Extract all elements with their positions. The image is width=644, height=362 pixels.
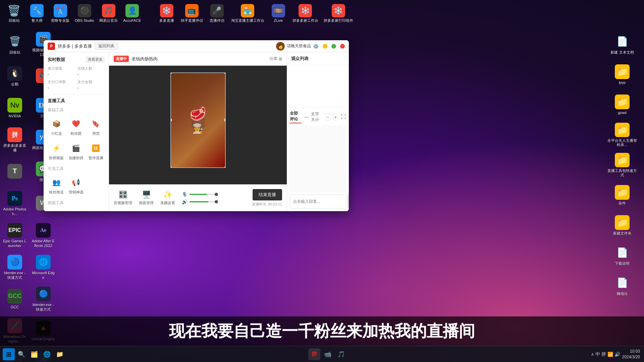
comment-send-button[interactable]: 发送 (347, 194, 349, 208)
top-icon-douyin[interactable]: 🎤 直播伴侣 (206, 1, 228, 25)
tray-wifi-icon[interactable]: 📶 (607, 352, 613, 357)
top-icon-kuaishou[interactable]: 📺 快手直播伴侣 (179, 1, 205, 25)
back-button[interactable]: 返回列表 (95, 42, 118, 50)
user-info: 🧑 话晚天胜食品 ⚙️ (276, 42, 319, 51)
top-icon-pdd-print[interactable]: ❄️ 拼多多家打印组件 (322, 1, 355, 25)
taskbar-search[interactable]: 🔍 (15, 348, 28, 360)
top-icon-taobao[interactable]: 🏪 淘宝直播主播工作台 (229, 1, 266, 25)
top-icon-duoduo[interactable]: ❄️ 多多直播 (156, 1, 177, 25)
right-icon-xiazai[interactable]: 📄 下载说明 (605, 241, 639, 270)
right-icon-quanplatform[interactable]: 📁 全平台无人主播资料库... (605, 121, 639, 149)
taskbar-right: ∧ 中 拼 📶 🔊 10:03 2024/3/20 (587, 349, 644, 360)
sidebar: 实时数据 查看更多 累计观看 - 在线人数 - 支付订单数 - (44, 52, 109, 211)
top-icon-zlive[interactable]: 🎞️ ZLive (268, 1, 289, 25)
taskbar-explorer[interactable]: 📁 (54, 348, 66, 360)
left-icon-epicgames[interactable]: EPIC Epic Games Launcher (2, 221, 28, 250)
audience-list-title: 观众列表 (287, 52, 349, 65)
right-icon-newfolder[interactable]: 📁 新建文件夹 (605, 211, 639, 240)
left-icon-huishou[interactable]: 🗑️ 回收站 (2, 30, 28, 59)
basic-tools-grid: 📦 小红盒 ❤️ 粉丝团 🔖 用货 ⚡ 秒拼模版 (48, 116, 105, 163)
tool-redbook[interactable]: 📦 小红盒 (48, 116, 65, 138)
desktop-right-icons: 📄 新建 文本文档 📁 lpyp 📁 gzwd 📁 全平台无人主播资料库... … (604, 27, 644, 362)
taskbar-music-icon[interactable]: 🎵 (335, 348, 347, 360)
duration-prefix: 直播时长 (252, 202, 267, 206)
audience-list (287, 65, 349, 108)
left-icon-blender[interactable]: 🔵 blender.exe - 快速方式 (2, 253, 28, 282)
top-icon-accuface[interactable]: 👤 AccuFACE (121, 1, 143, 25)
left-icon-gcc[interactable]: GCC GCC (2, 285, 28, 313)
left-icon-t[interactable]: T (2, 158, 28, 186)
left-icon-aftereffects[interactable]: Ae Adobe After Effects 2022 (30, 221, 56, 250)
tool-goods[interactable]: 🔖 用货 (87, 116, 105, 138)
top-icon-luyu[interactable]: 🔧 鲁大师 (26, 1, 48, 25)
tool-quickshoot[interactable]: ⚡ 秒拼模版 (48, 140, 65, 163)
right-icon-newdoc[interactable]: 📄 新建 文本文档 (605, 30, 639, 59)
fullscreen-button[interactable]: ⛶ (341, 114, 346, 120)
settings-icon[interactable]: ⚙️ (313, 44, 319, 49)
top-icon-recycle[interactable]: 🗑️ 回收站 (3, 1, 25, 25)
font-increase-button[interactable]: + (333, 114, 338, 120)
mic-slider[interactable] (190, 194, 216, 195)
top-icon-obs[interactable]: ⚫ OBS Studio (73, 1, 96, 25)
right-panel: 观众列表 全部评论 — 文字大小 − + ⛶ 发送 (287, 52, 349, 211)
beauty-label: 美颜设置 (160, 200, 175, 205)
video-area[interactable]: 🥩 🧑‍🍳 (109, 66, 287, 174)
close-button[interactable] (340, 44, 345, 49)
tool-fans[interactable]: ❤️ 粉丝团 (67, 116, 85, 138)
taskbar-video-icon[interactable]: 📹 (322, 348, 334, 360)
stat-paid-orders: 支付订单数 - (48, 79, 75, 90)
font-decrease-button[interactable]: − (325, 114, 330, 120)
share-button[interactable]: 分享 ⊞ (269, 56, 282, 62)
comment-input[interactable] (290, 194, 346, 208)
comment-area (290, 125, 346, 192)
volume-controls: 🎙️ 🔊 (182, 192, 216, 204)
tool-marketing[interactable]: 📢 营销神器 (67, 174, 85, 197)
comment-tab-all[interactable]: 全部评论 (290, 111, 302, 123)
tool-pause[interactable]: ⏸️ 暂停直播 (87, 140, 105, 163)
tools-title: 直播工具 (48, 98, 105, 104)
left-icon-nvidia[interactable]: Nv NVIDIA (2, 94, 28, 122)
right-icon-zhibo[interactable]: 📁 直播工具包快速方式 (605, 151, 639, 179)
maximize-button[interactable] (331, 44, 336, 49)
taskbar-task-view[interactable]: 🗂️ (28, 348, 40, 360)
tray-volume-icon[interactable]: 🔊 (614, 352, 620, 357)
left-icon-pdd-logo[interactable]: 拼 拼多多|多多直播 (2, 126, 28, 154)
audio-video-tool[interactable]: 🎛️ 音视频管理 (114, 190, 132, 205)
beauty-tool[interactable]: ✨ 美颜设置 (160, 190, 175, 205)
left-icon-photoshop[interactable]: Ps Adobe Photosh... (2, 189, 28, 218)
end-live-button[interactable]: 结束直播 (253, 189, 282, 200)
tool-create-shoot[interactable]: 🎬 创建秒拼 (67, 140, 85, 163)
end-live-area: 结束直播 直播时长 00:03:21 (252, 189, 282, 207)
left-icon-msedge[interactable]: 🌐 Microsoft Edge (30, 253, 56, 282)
right-icon-zaji[interactable]: 📁 杂件 (605, 181, 639, 209)
stat-cumulative-views: 累计观看 - (48, 66, 75, 77)
speaker-fill (190, 201, 208, 202)
windows-icon: ⊞ (6, 350, 12, 358)
speaker-slider[interactable] (190, 201, 216, 202)
clock-date: 2024/3/20 (622, 354, 640, 360)
top-icon-pdd-work[interactable]: ❄️ 拼多多家工作台 (290, 1, 320, 25)
right-icon-lpyp[interactable]: 📁 lpyp (605, 60, 639, 89)
taskbar-edge[interactable]: 🌐 (41, 348, 53, 360)
left-icon-blender2[interactable]: 🔵 blender.exe - 快速方式 (30, 285, 56, 313)
tray-pinyin-icon[interactable]: 拼 (601, 351, 606, 357)
start-button[interactable]: ⊞ (3, 348, 15, 360)
tray-chinese-icon[interactable]: 中 (595, 351, 600, 357)
stat-paid-amount: 支付金额 - (77, 79, 105, 90)
right-icon-gzwd[interactable]: 📁 gzwd (605, 90, 639, 119)
username: 话晚天胜食品 (287, 43, 311, 49)
share-label: 分享 (269, 56, 277, 62)
comment-tabs: 全部评论 — 文字大小 − + ⛶ (290, 111, 346, 123)
mic-fill (190, 194, 207, 195)
top-icon-wymusic[interactable]: 🎵 网易云音乐 (97, 1, 120, 25)
top-icon-jianji[interactable]: ✂️ 剪映专业版 (49, 1, 71, 25)
view-more-button[interactable]: 查看更多 (86, 56, 105, 63)
minimize-button[interactable] (323, 44, 327, 49)
screen-tool[interactable]: 🖥️ 画面管理 (139, 190, 154, 205)
fans-push-icon: 👥 (50, 176, 62, 188)
taskbar-pdd-app[interactable]: 拼 (308, 348, 320, 360)
left-icon-penguin[interactable]: 🐧 企鹅 (2, 62, 28, 90)
tray-arrow[interactable]: ∧ (591, 352, 594, 357)
tool-fans-push[interactable]: 👥 粉丝推送 (48, 174, 65, 197)
right-icon-youdizhı[interactable]: 📄 幽地址 (605, 272, 639, 300)
